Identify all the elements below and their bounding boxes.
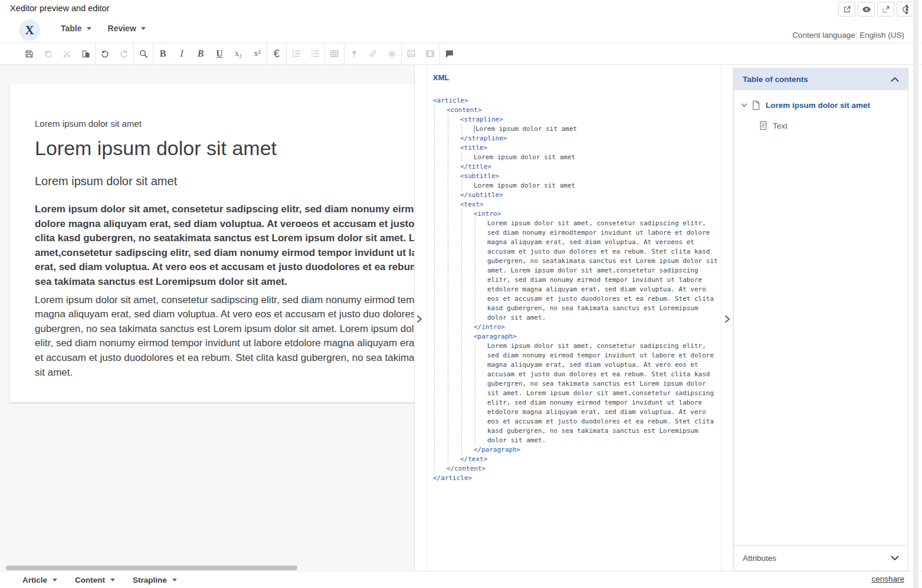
vertical-scrollbar-track[interactable] xyxy=(913,0,918,588)
xml-tag-line[interactable]: <subtitle> xyxy=(433,171,718,180)
indent-guide xyxy=(434,426,447,435)
expander-chevron-down-icon[interactable] xyxy=(741,103,747,107)
xml-text-line[interactable]: accusam et justo duo dolores et ea rebum… xyxy=(433,247,718,256)
xml-text-line[interactable]: Lorem ipsum dolor sit amet xyxy=(433,152,718,162)
xml-text-line[interactable]: kasd gubergren, no sea takimata sanctus … xyxy=(433,303,718,313)
link-button[interactable] xyxy=(363,43,382,64)
code-content: magna aliquyam erat, sed diam voluptua. … xyxy=(487,361,698,369)
open-external-button[interactable] xyxy=(838,2,855,17)
xml-text-line[interactable]: dolor sit amet. xyxy=(433,435,718,445)
breadcrumb-content[interactable]: Content xyxy=(75,576,115,584)
search-button[interactable] xyxy=(134,43,153,64)
xml-tag-line[interactable]: <paragraph> xyxy=(433,331,718,341)
xml-tag-line[interactable]: <content> xyxy=(433,105,718,114)
xml-text-line[interactable]: magna aliquyam erat, sed diam voluptua. … xyxy=(433,237,718,247)
indent-guide xyxy=(475,350,487,360)
xml-tag-line[interactable]: </text> xyxy=(433,454,718,464)
save-button[interactable] xyxy=(19,43,38,64)
xml-text-line[interactable]: eos et accusam et justo duodolores et ea… xyxy=(433,294,718,303)
breadcrumb-article[interactable]: Article xyxy=(22,576,57,584)
xml-text-line[interactable]: dolor sit amet. xyxy=(433,313,718,322)
code-content: amet. Lorem ipsum dolor sit amet,consete… xyxy=(487,267,698,274)
paste-button[interactable] xyxy=(76,43,95,64)
italic-button[interactable]: I xyxy=(172,43,191,64)
collapse-preview-handle[interactable] xyxy=(414,314,425,324)
xml-tag-line[interactable]: <article> xyxy=(433,96,718,105)
xml-text-line[interactable]: sed diam nonumy eirmod tempor invidunt u… xyxy=(433,350,718,360)
underline-button[interactable]: U xyxy=(210,43,229,64)
comment-button[interactable] xyxy=(440,43,459,64)
preview-intro-paragraph[interactable]: Lorem ipsum dolor sit amet, consetetur s… xyxy=(35,202,415,290)
document-page[interactable]: Lorem ipsum dolor sit amet Lorem ipsum d… xyxy=(10,84,415,402)
special-char-button[interactable] xyxy=(382,43,401,64)
preview-subtitle[interactable]: Lorem ipsum dolor sit amet xyxy=(35,175,415,188)
xml-tag-line[interactable]: </subtitle> xyxy=(433,190,718,199)
menu-review[interactable]: Review xyxy=(108,24,146,33)
preview-body-paragraph[interactable]: Lorem ipsum dolor sit amet, consetetur s… xyxy=(35,293,415,380)
xml-text-line[interactable]: Lorem ipsum dolor sit amet xyxy=(433,180,718,190)
xml-text-line[interactable]: elitr, sed diam nonumy eirmod tempor inv… xyxy=(433,398,718,407)
xml-tag-line[interactable]: <strapline> xyxy=(433,114,718,124)
undo-button[interactable] xyxy=(96,43,114,64)
preview-title[interactable]: Lorem ipsum dolor sit amet xyxy=(35,137,415,160)
xml-text-line[interactable]: elitr, sed diam nonumy eirmod tempor inv… xyxy=(433,275,718,284)
xml-text-line[interactable]: Lorem ipsum dolor sit amet xyxy=(433,124,718,133)
preview-strapline[interactable]: Lorem ipsum dolor sit amet xyxy=(35,119,415,129)
xml-text-line[interactable]: accusam et justo duo dolores et ea rebum… xyxy=(433,369,718,379)
xml-text-line[interactable]: sit amet. Lorem ipsum dolor sit amet,con… xyxy=(433,388,718,398)
xml-text-line[interactable]: gubergren, no seatakimata sanctus est Lo… xyxy=(433,256,718,265)
xml-text-line[interactable]: Lorem ipsum dolor sit amet, consetetur s… xyxy=(433,218,718,228)
xml-tag-line[interactable]: <intro> xyxy=(433,209,718,218)
xml-tag-line[interactable]: </paragraph> xyxy=(433,445,718,454)
table-button[interactable] xyxy=(325,43,344,64)
bold-button[interactable]: B xyxy=(153,43,172,64)
xml-tag-line[interactable]: <text> xyxy=(433,199,718,209)
currency-euro-button[interactable]: € xyxy=(267,43,286,64)
resize-button[interactable] xyxy=(877,2,894,17)
censhare-link[interactable]: censhare xyxy=(871,574,904,583)
xml-tag-line[interactable]: </content> xyxy=(433,464,718,473)
eye-button[interactable] xyxy=(858,2,875,17)
xml-tag-line[interactable]: </article> xyxy=(433,473,718,482)
xml-text-line[interactable]: etdolore magna aliquyam erat, sed diam v… xyxy=(433,407,718,416)
ordered-list-button[interactable] xyxy=(287,43,306,64)
code-content: magna aliquyam erat, sed diam voluptua. … xyxy=(487,238,694,246)
xml-text-line[interactable]: eos et accusam et justo duodolores et ea… xyxy=(433,416,718,426)
redo-button[interactable] xyxy=(114,43,133,64)
xml-tag-line[interactable]: <title> xyxy=(433,143,718,152)
video-button[interactable] xyxy=(421,43,439,64)
toc-item-lorem-ipsum-dolor-sit-amet[interactable]: Lorem ipsum dolor sit amet xyxy=(734,98,908,111)
code-content: etdolore magna aliquyam erat, sed diam v… xyxy=(487,285,706,293)
open-external-icon xyxy=(843,5,851,14)
xml-text-line[interactable]: magna aliquyam erat, sed diam voluptua. … xyxy=(433,360,718,369)
xml-tag-line[interactable]: </strapline> xyxy=(433,133,718,143)
superscript-button[interactable]: x² xyxy=(248,43,267,64)
xml-tag-line[interactable]: </intro> xyxy=(433,322,718,331)
image-button[interactable] xyxy=(402,43,421,64)
indent-guide xyxy=(475,265,487,275)
xml-text-line[interactable]: sed diam nonumy eirmodtempor invidunt ut… xyxy=(433,228,718,237)
xml-text-line[interactable]: amet. Lorem ipsum dolor sit amet,consete… xyxy=(433,265,718,275)
xml-text-line[interactable]: Lorem ipsum dolor sit amet, consetetur s… xyxy=(433,341,718,350)
toc-item-text[interactable]: Text xyxy=(734,119,908,132)
toc-header[interactable]: Table of contents xyxy=(734,68,908,90)
xml-text-line[interactable]: gubergren, no sea takimata sanctus est L… xyxy=(433,379,718,388)
xml-tag-line[interactable]: </title> xyxy=(433,162,718,171)
eye-icon xyxy=(862,6,871,13)
xml-text-line[interactable]: etdolore magna aliquyam erat, sed diam v… xyxy=(433,284,718,294)
pin-button[interactable] xyxy=(344,43,363,64)
cut-button[interactable] xyxy=(57,43,76,64)
breadcrumb-strapline[interactable]: Strapline xyxy=(133,576,177,584)
copy-button[interactable] xyxy=(38,43,57,64)
indent-guide xyxy=(434,265,447,275)
xml-text-line[interactable]: kasd gubergren, no sea takimata sanctus … xyxy=(433,426,718,435)
unordered-list-button[interactable] xyxy=(306,43,324,64)
horizontal-scrollbar-thumb[interactable] xyxy=(6,566,297,570)
subscript-button[interactable]: x₂ xyxy=(229,43,248,64)
attributes-header[interactable]: Attributes xyxy=(734,545,908,571)
xml-code-view[interactable]: <article><content><strapline>Lorem ipsum… xyxy=(433,96,718,482)
more-menu-button[interactable] xyxy=(901,3,912,16)
bold-alt-button[interactable]: B xyxy=(191,43,210,64)
menu-table[interactable]: Table xyxy=(61,24,91,33)
collapse-xml-handle[interactable] xyxy=(722,314,733,324)
